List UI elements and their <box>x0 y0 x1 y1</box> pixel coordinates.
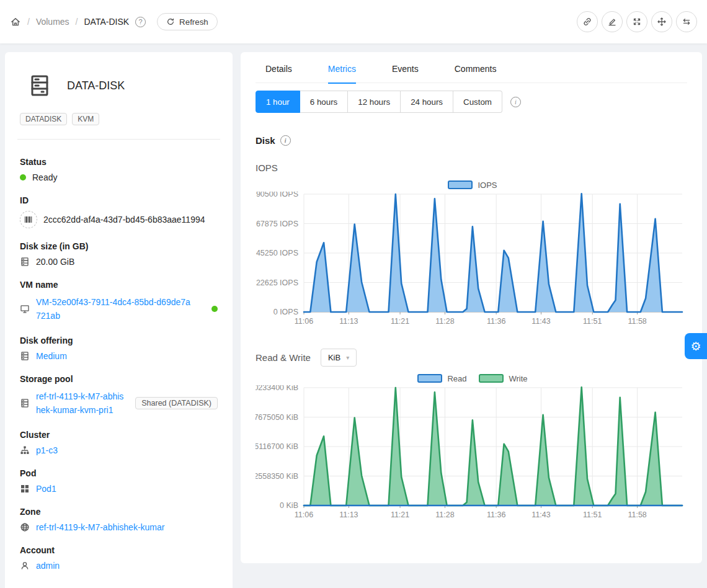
disk-size-value: 20.00 GiB <box>36 257 74 267</box>
section-status: Status Ready <box>20 157 218 182</box>
x-tick-label: 11:36 <box>487 317 505 326</box>
unit-select[interactable]: KiB ▾ <box>321 349 357 367</box>
x-tick-label: 11:58 <box>628 317 646 326</box>
vm-status-dot-icon <box>211 306 218 312</box>
x-tick-label: 11:06 <box>295 317 313 326</box>
section-disk-offering: Disk offering Medium <box>20 336 218 361</box>
edit-button[interactable] <box>602 11 623 32</box>
time-range-6hours[interactable]: 6 hours <box>300 91 348 113</box>
section-account: Account admin <box>20 545 218 571</box>
reload-icon <box>166 17 175 26</box>
x-tick-label: 11:21 <box>391 317 409 326</box>
unit-select-value: KiB <box>328 353 340 362</box>
section-disk-size: Disk size (in GB) 20.00 GiB <box>20 241 218 267</box>
y-tick-label: 0 IOPS <box>273 308 298 316</box>
legend-item[interactable]: IOPS <box>448 180 497 190</box>
y-tick-label: 22625 IOPS <box>256 278 298 287</box>
database-icon <box>20 257 30 267</box>
y-tick-label: 0 KiB <box>280 501 298 510</box>
pod-icon <box>20 484 30 494</box>
legend-swatch-icon <box>448 180 473 189</box>
y-tick-label: 90500 IOPS <box>256 192 298 198</box>
link-icon <box>582 17 592 27</box>
time-range-24hours[interactable]: 24 hours <box>401 91 453 113</box>
settings-fab[interactable]: ⚙ <box>685 333 707 359</box>
desktop-icon <box>20 304 30 314</box>
migrate-button[interactable] <box>676 11 697 32</box>
account-link[interactable]: admin <box>36 561 60 571</box>
database-icon <box>20 398 30 408</box>
section-label: ID <box>20 195 218 205</box>
chart-legend: IOPS <box>256 178 690 192</box>
section-label: Disk size (in GB) <box>20 241 218 251</box>
chart-legend: ReadWrite <box>256 372 690 385</box>
section-cluster: Cluster p1-c3 <box>20 430 218 455</box>
divider <box>17 139 220 140</box>
resize-button[interactable] <box>626 11 647 32</box>
refresh-label: Refresh <box>179 17 208 27</box>
breadcrumb-separator: / <box>76 17 78 27</box>
pod-link[interactable]: Pod1 <box>36 484 56 494</box>
help-icon[interactable]: ? <box>135 17 146 27</box>
time-range-1hour[interactable]: 1 hour <box>256 91 300 113</box>
tab-metrics[interactable]: Metrics <box>328 55 356 83</box>
info-icon: i <box>280 135 291 146</box>
breadcrumb-separator: / <box>27 17 30 27</box>
top-bar: / Volumes / DATA-DISK ? Refresh <box>0 0 707 43</box>
storage-pool-link[interactable]: ref-trl-4119-k-M7-abhishek-kumar-kvm-pri… <box>36 390 124 417</box>
tag-row: DATADISK KVM <box>20 113 218 125</box>
home-icon[interactable] <box>10 16 21 27</box>
tab-bar: Details Metrics Events Comments <box>256 55 687 83</box>
section-label: Pod <box>20 468 218 478</box>
section-label: Zone <box>20 507 218 517</box>
edit-icon <box>607 17 617 27</box>
section-label: Storage pool <box>20 374 218 384</box>
zone-link[interactable]: ref-trl-4119-k-M7-abhishek-kumar <box>36 522 164 532</box>
cluster-link[interactable]: p1-c3 <box>36 445 58 455</box>
legend-label: Write <box>509 374 527 383</box>
header-actions <box>576 11 697 32</box>
time-range-custom[interactable]: Custom <box>453 91 502 113</box>
x-tick-label: 11:06 <box>295 510 313 519</box>
disk-offering-link[interactable]: Medium <box>36 351 67 361</box>
breadcrumb: / Volumes / DATA-DISK ? Refresh <box>10 13 218 30</box>
info-icon[interactable]: i <box>510 97 521 107</box>
time-range-row: 1 hour 6 hours 12 hours 24 hours Custom … <box>256 91 687 113</box>
tab-events[interactable]: Events <box>392 55 419 83</box>
id-value: 2ccc62dd-af4a-43d7-bd45-6b83aae11994 <box>43 215 205 225</box>
status-dot-icon <box>20 174 26 180</box>
status-value: Ready <box>32 172 57 182</box>
detail-panel: Details Metrics Events Comments 1 hour 6… <box>241 52 702 563</box>
x-tick-label: 11:28 <box>435 510 454 519</box>
chevron-down-icon: ▾ <box>346 354 349 361</box>
readwrite-chart: ReadWrite11:0611:1311:2111:2811:3611:431… <box>256 372 690 528</box>
section-pod: Pod Pod1 <box>20 468 218 494</box>
disk-section-title: Disk <box>256 135 275 146</box>
move-icon <box>657 17 667 27</box>
legend-item[interactable]: Write <box>479 374 527 383</box>
gear-icon: ⚙ <box>690 339 701 354</box>
x-tick-label: 11:51 <box>583 510 602 519</box>
volume-icon <box>30 74 50 97</box>
y-tick-label: 2558350 KiB <box>256 472 298 481</box>
chart-canvas: 11:0611:1311:2111:2811:3611:4311:5111:58… <box>256 192 690 333</box>
legend-item[interactable]: Read <box>417 374 466 383</box>
link-button[interactable] <box>577 11 598 32</box>
breadcrumb-volumes[interactable]: Volumes <box>36 17 69 27</box>
legend-swatch-icon <box>479 374 504 383</box>
user-icon <box>20 561 30 571</box>
x-tick-label: 11:36 <box>487 510 505 519</box>
refresh-button[interactable]: Refresh <box>157 13 218 30</box>
vm-name-link[interactable]: VM-52e00f43-7911-4dc4-85bd-d69de7a721ab <box>36 295 191 323</box>
tab-comments[interactable]: Comments <box>455 55 497 83</box>
database-icon <box>20 351 30 361</box>
y-tick-label: 10233400 KiB <box>256 385 298 392</box>
legend-label: Read <box>447 374 466 383</box>
x-tick-label: 11:21 <box>391 510 409 519</box>
chart-canvas: 11:0611:1311:2111:2811:3611:4311:5111:58… <box>256 385 690 527</box>
time-range-12hours[interactable]: 12 hours <box>348 91 401 113</box>
tab-details[interactable]: Details <box>265 55 292 83</box>
move-button[interactable] <box>651 11 672 32</box>
legend-swatch-icon <box>417 374 442 383</box>
x-tick-label: 11:28 <box>435 317 454 326</box>
